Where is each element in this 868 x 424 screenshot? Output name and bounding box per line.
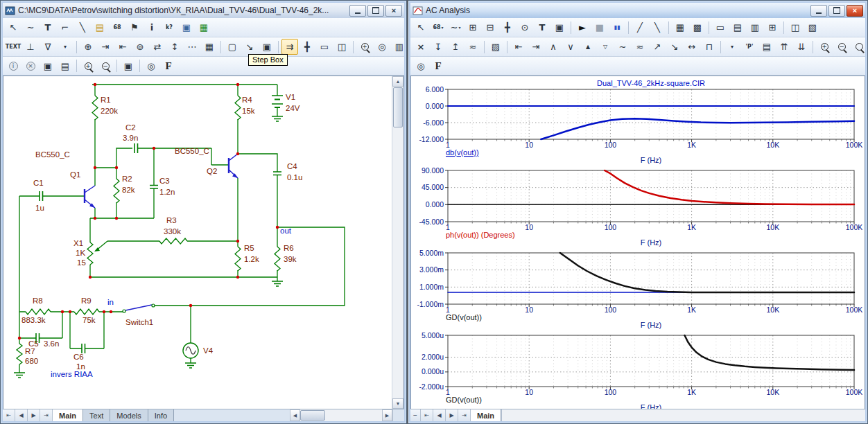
vscroll-track[interactable] <box>392 128 403 398</box>
probe-tool-icon[interactable]: ⊚ <box>132 39 148 55</box>
limits-icon[interactable]: ⊞ <box>465 19 481 35</box>
signal-label[interactable]: GD(v(out)) <box>446 396 482 404</box>
font-select-icon[interactable]: F <box>430 58 446 74</box>
signal-label[interactable]: GD(v(out)) <box>446 313 482 321</box>
diagonal-wire-icon[interactable]: ╲ <box>74 19 91 35</box>
digital-parts-icon[interactable]: 68 <box>109 19 125 35</box>
schematic-label[interactable]: 3.6n <box>44 339 59 348</box>
schematic-label[interactable]: Switch1 <box>125 318 153 326</box>
select-arrow-icon[interactable]: ↖ <box>5 19 21 35</box>
scroll-down-button[interactable]: ▼ <box>392 398 403 409</box>
analysis-plot-1[interactable]: 6.0000.000-6.000-12.0001101001K10K100Kdb… <box>413 79 862 164</box>
schematic-label[interactable]: R5 <box>244 244 254 252</box>
close-button[interactable]: × <box>847 5 863 17</box>
signal-label[interactable]: ph(v(out)) (Degrees) <box>446 231 515 239</box>
schematic-label[interactable]: 15k <box>242 107 255 115</box>
plot-rows-icon[interactable]: ▤ <box>729 19 746 35</box>
schematic-label[interactable]: V4 <box>203 346 214 355</box>
transistor-q2[interactable] <box>229 154 238 178</box>
schematic-label[interactable]: C6 <box>73 353 84 361</box>
tab-text[interactable]: Text <box>83 409 110 421</box>
border-tool-icon[interactable]: ▢ <box>224 39 241 55</box>
info-mode-icon[interactable]: i <box>144 19 160 35</box>
numeric-output-icon[interactable]: ▤ <box>758 39 775 55</box>
annotation-icon[interactable]: ▤ <box>92 19 108 35</box>
schematic-label[interactable]: 883.3k <box>21 316 46 324</box>
dropdown-arrow-icon[interactable]: ▾ <box>442 25 444 30</box>
crosshair-tool-icon[interactable]: ╋ <box>299 39 315 55</box>
model-view-icon[interactable]: ▥ <box>391 39 408 55</box>
step-box-icon[interactable]: ⇉ <box>281 39 298 55</box>
next-page-button[interactable]: ▶ <box>446 409 458 421</box>
scroll-right-button[interactable]: ▶ <box>382 409 392 421</box>
ground-symbol[interactable] <box>14 373 25 378</box>
tab-models[interactable]: Models <box>110 409 148 421</box>
close-button[interactable]: × <box>385 5 402 17</box>
capacitor-c1[interactable] <box>40 191 43 201</box>
zoom-in-icon[interactable]: + <box>80 58 96 74</box>
capacitor-c6[interactable] <box>82 344 85 353</box>
resistor-r6[interactable] <box>275 247 280 271</box>
schematic-label[interactable]: 1.2n <box>159 188 175 196</box>
point-tag-icon[interactable]: ⊙ <box>517 19 533 35</box>
schematic-label[interactable]: 82k <box>122 186 135 194</box>
text-stencil-icon[interactable]: TEXT <box>5 39 21 55</box>
close-page-icon[interactable]: × <box>22 58 39 74</box>
schematic-label[interactable]: R3 <box>166 216 177 224</box>
splitter-button[interactable]: − <box>410 409 421 421</box>
first-page-button[interactable]: ⇤ <box>421 409 433 421</box>
run-icon[interactable]: ► <box>574 19 591 35</box>
ruler-icon[interactable]: ▩ <box>689 19 706 35</box>
options-ring-icon[interactable]: ◎ <box>413 58 429 74</box>
schematic-label[interactable]: R4 <box>242 96 252 104</box>
schematic-label[interactable]: 3.9n <box>123 134 138 142</box>
options-ring-icon[interactable]: ◎ <box>143 58 159 74</box>
clipboard-icon[interactable]: ▣ <box>551 19 568 35</box>
resistor-r1[interactable] <box>92 96 98 120</box>
analysis-plot-3[interactable]: 5.000m3.000m1.000m-1.000m1101001K10K100K… <box>413 249 862 329</box>
component-list-icon[interactable]: 68▾ <box>430 19 446 35</box>
more-options-icon[interactable]: ⋯ <box>184 39 200 55</box>
schematic-canvas[interactable]: R1220kR415kV124VC23.9nBC550_CQ1BC550_CQ2… <box>3 76 392 409</box>
resistor-r4[interactable] <box>235 96 241 120</box>
prev-page-button[interactable]: ◀ <box>15 409 28 421</box>
hscroll-thumb[interactable] <box>300 410 325 421</box>
trace-menu-icon[interactable]: ▾ <box>724 39 740 55</box>
font-select-icon[interactable]: F <box>160 58 177 74</box>
zoom-window-icon[interactable]: ▭ <box>316 39 333 55</box>
zoom-area-icon[interactable] <box>851 39 867 55</box>
select-arrow-icon[interactable]: ↖ <box>413 19 429 35</box>
resistor-r9[interactable] <box>74 309 99 315</box>
mirror-tool-icon[interactable]: ↕ <box>166 39 183 55</box>
schematic-label[interactable]: invers RIAA <box>51 370 93 378</box>
capacitor-c3[interactable] <box>150 186 158 189</box>
plot-cols-icon[interactable]: ▥ <box>747 19 763 35</box>
schematic-label[interactable]: V1 <box>286 93 295 101</box>
schematic-drawing[interactable]: R1220kR415kV124VC23.9nBC550_CQ1BC550_CQ2… <box>3 76 392 409</box>
page-down-icon[interactable]: ⇊ <box>793 39 810 55</box>
schematic-label[interactable]: 220k <box>101 107 118 115</box>
schematic-label[interactable]: X1 <box>73 239 83 247</box>
plot-grid-icon[interactable]: ⊞ <box>764 19 781 35</box>
schematic-label[interactable]: C1 <box>33 179 44 187</box>
node-numbers-icon[interactable]: ⊕ <box>80 39 96 55</box>
battery-v1[interactable] <box>272 96 283 107</box>
schematic-label[interactable]: Q2 <box>207 167 217 175</box>
help-cursor-icon[interactable]: k? <box>161 19 177 35</box>
schematic-label[interactable]: R2 <box>122 175 132 183</box>
duplicate-page-icon[interactable]: ▤ <box>57 58 73 74</box>
scroll-left-button[interactable]: ◀ <box>290 409 300 421</box>
scroll-up-button[interactable]: ▲ <box>392 76 403 87</box>
capacitor-c2[interactable] <box>134 143 138 153</box>
shape-dropdown-icon[interactable]: ▾ <box>57 39 73 55</box>
schematic-label[interactable]: 1u <box>35 204 44 212</box>
resistor-r3[interactable] <box>159 238 187 244</box>
p-key-icon[interactable]: 'P' <box>741 39 758 55</box>
prev-page-button[interactable]: ◀ <box>433 409 446 421</box>
vertical-scrollbar[interactable]: ▲ ▼ <box>392 76 403 409</box>
copy-page-icon[interactable]: ▣ <box>40 58 56 74</box>
tab-info[interactable]: Info <box>148 409 174 421</box>
potentiometer-x1[interactable] <box>87 241 107 265</box>
schematic-label[interactable]: 1K <box>76 249 85 257</box>
ortho-wire-icon[interactable]: ⌐ <box>57 19 73 35</box>
